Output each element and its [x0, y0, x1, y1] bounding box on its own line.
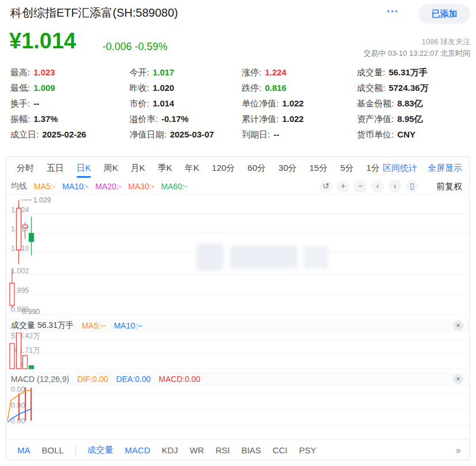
indicator-tab-KDJ[interactable]: KDJ	[162, 445, 178, 455]
stat-label: 换手:	[10, 98, 30, 108]
reset-icon[interactable]: ↺	[319, 180, 332, 193]
indicator-tab-MACD[interactable]: MACD	[125, 445, 150, 455]
period-tab-30分[interactable]: 30分	[279, 157, 297, 179]
stat-label: 资产净值:	[357, 114, 394, 124]
indicator-tab-MA[interactable]: MA	[17, 445, 31, 455]
watermark-logo-icon	[196, 243, 224, 271]
stat-value: 56.31万手	[389, 67, 428, 77]
stat-item: 跌停:0.816	[242, 83, 357, 94]
indicator-tab-WR[interactable]: WR	[189, 445, 204, 455]
indicator-tabs-bar: MABOLL成交量MACDKDJWRRSIBIASCCIPSY	[6, 439, 469, 461]
stat-value: 1.37%	[33, 114, 58, 124]
stat-label: 最高:	[10, 67, 30, 77]
stat-value: 1.224	[265, 67, 287, 77]
macd-dea-label: DEA:0.00	[116, 375, 151, 384]
stat-item: 成交额:5724.36万	[357, 83, 471, 94]
stat-value: --	[33, 98, 39, 108]
period-tab-分时[interactable]: 分时	[17, 157, 34, 179]
stat-item: 最高:1.023	[10, 67, 130, 78]
current-price: ¥1.014	[9, 29, 76, 54]
stat-item: 单位净值:1.022	[242, 98, 357, 109]
indicator-tab-BIAS[interactable]: BIAS	[241, 445, 261, 455]
stat-item: 累计净值:1.022	[242, 114, 357, 125]
indicator-tab-CCI[interactable]: CCI	[273, 445, 288, 455]
tab-divider	[75, 446, 76, 455]
svg-text:0.00: 0.00	[11, 417, 25, 425]
macd-pane[interactable]: 0.000.000.00	[6, 386, 469, 427]
svg-text:1.029: 1.029	[33, 196, 51, 204]
stat-value: 1.023	[33, 67, 55, 77]
watermark-text-blob	[230, 246, 298, 269]
stat-label: 跌停:	[242, 83, 261, 93]
indicator-tab-成交量[interactable]: 成交量	[87, 445, 113, 456]
stat-item: 昨收:1.020	[130, 83, 242, 94]
ma-legend-ma10: MA10:-	[62, 182, 88, 191]
stat-value: 2025-02-26	[42, 129, 86, 139]
volume-pane[interactable]: 523.42万261.71万0.00	[6, 333, 469, 372]
period-tab-周K[interactable]: 周K	[104, 157, 118, 179]
macd-value-label: MACD:0.00	[159, 375, 200, 384]
svg-text:0.990: 0.990	[22, 308, 40, 316]
ma-row-title: 均线	[11, 181, 27, 192]
followers-count: 1086 球友关注	[421, 37, 470, 47]
macd-header: MACD (12,26,9) DIF:0.00 DEA:0.00 MACD:0.…	[6, 372, 469, 386]
period-tab-季K[interactable]: 季K	[158, 157, 172, 179]
period-tab-年K[interactable]: 年K	[185, 157, 199, 179]
chart-controls: ↺+−‹›▯	[319, 179, 418, 194]
more-indicators-icon[interactable]: »	[456, 445, 461, 456]
more-menu-icon[interactable]: ···	[387, 6, 399, 18]
stat-value: 1.009	[33, 83, 55, 93]
stat-label: 单位净值:	[242, 98, 279, 108]
fullscreen-link[interactable]: 全屏显示	[428, 163, 462, 174]
range-stats-link[interactable]: 区间统计	[383, 163, 417, 174]
stat-item: 货币单位:CNY	[357, 129, 471, 140]
stat-item: 最低:1.009	[10, 83, 130, 94]
period-tab-60分[interactable]: 60分	[247, 157, 266, 179]
period-tab-5分[interactable]: 5分	[340, 157, 353, 179]
stat-label: 振幅:	[10, 114, 30, 124]
indicator-tab-PSY[interactable]: PSY	[299, 445, 316, 455]
stat-value: 1.022	[282, 114, 304, 124]
svg-text:1.002: 1.002	[11, 267, 29, 275]
period-tab-15分[interactable]: 15分	[309, 157, 328, 179]
stat-item: 到期日:--	[242, 129, 357, 140]
period-tab-月K[interactable]: 月K	[131, 157, 145, 179]
period-tab-五日[interactable]: 五日	[47, 157, 64, 179]
stat-label: 成交量:	[357, 67, 385, 77]
volume-title: 成交量 56.31万手	[11, 320, 74, 331]
stat-label: 今开:	[130, 67, 149, 77]
stat-item: 市价:1.014	[130, 98, 242, 109]
indicator-tab-RSI[interactable]: RSI	[215, 445, 230, 455]
period-tab-120分[interactable]: 120分	[212, 157, 235, 179]
price-change: -0.006 -0.59%	[102, 41, 167, 53]
pan-left-icon[interactable]: ‹	[371, 180, 384, 193]
etf-quote-page: 科创综指ETF汇添富(SH:589080) ··· 已添加 ¥1.014 -0.…	[0, 0, 476, 466]
stat-value: 8.95亿	[397, 114, 422, 124]
stat-label: 昨收:	[130, 83, 149, 93]
zoom-in-icon[interactable]: +	[337, 180, 349, 193]
stat-item: 换手:--	[10, 98, 130, 109]
macd-title: MACD (12,26,9)	[11, 375, 69, 384]
volume-header: 成交量 56.31万手 MA5:-- MA10:-- ×	[6, 318, 469, 333]
stat-item: 今开:1.017	[130, 67, 242, 78]
ma-legend-ma30: MA30:-	[128, 182, 154, 191]
close-macd-pane-icon[interactable]: ×	[453, 374, 463, 384]
zoom-out-icon[interactable]: −	[354, 180, 367, 193]
volume-svg: 523.42万261.71万0.00	[6, 333, 469, 372]
stat-label: 累计净值:	[242, 114, 279, 124]
candle-style-icon[interactable]: ▯	[406, 180, 418, 193]
added-to-watchlist-button[interactable]: 已添加	[418, 4, 470, 24]
candlestick-pane[interactable]: 1.0311.0241.0171.0101.0020.9950.9881.029…	[6, 194, 469, 318]
period-tab-日K[interactable]: 日K	[77, 157, 91, 179]
period-tab-1分[interactable]: 1分	[367, 157, 380, 179]
close-volume-pane-icon[interactable]: ×	[453, 320, 463, 331]
pan-right-icon[interactable]: ›	[389, 180, 401, 193]
stat-label: 成交额:	[357, 83, 385, 93]
page-title: 科创综指ETF汇添富(SH:589080)	[10, 5, 178, 21]
svg-text:0.00: 0.00	[11, 402, 25, 410]
indicator-tab-BOLL[interactable]: BOLL	[42, 445, 64, 455]
stat-item: 涨停:1.224	[242, 67, 357, 78]
stat-item: 成立日:2025-02-26	[10, 129, 130, 140]
adjust-mode-button[interactable]: 前复权	[436, 179, 462, 194]
svg-text:261.71万: 261.71万	[11, 346, 40, 354]
